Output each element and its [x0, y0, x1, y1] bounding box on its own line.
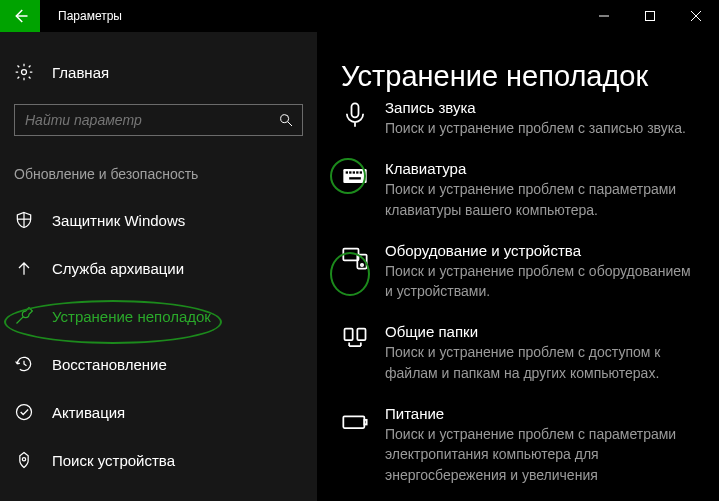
window-title: Параметры	[40, 0, 581, 32]
sidebar-item-activation[interactable]: Активация	[0, 388, 317, 436]
sidebar-item-troubleshoot[interactable]: Устранение неполадок	[0, 292, 317, 340]
sidebar-item-home[interactable]: Главная	[0, 58, 317, 92]
svg-rect-11	[352, 103, 359, 117]
troubleshooter-title: Общие папки	[385, 323, 697, 340]
troubleshooter-list: Запись звука Поиск и устранение проблем …	[341, 107, 697, 501]
svg-rect-18	[349, 177, 361, 179]
svg-rect-15	[353, 172, 355, 174]
troubleshooter-title: Запись звука	[385, 99, 697, 116]
troubleshooter-title: Клавиатура	[385, 160, 697, 177]
minimize-icon	[599, 11, 609, 21]
troubleshooter-shared-folders[interactable]: Общие папки Поиск и устранение проблем с…	[341, 323, 697, 383]
devices-icon	[341, 244, 369, 272]
troubleshooter-title: Оборудование и устройства	[385, 242, 697, 259]
search-icon	[278, 112, 294, 128]
sidebar-item-recovery[interactable]: Восстановление	[0, 340, 317, 388]
svg-rect-22	[345, 329, 353, 341]
svg-point-10	[22, 458, 25, 461]
troubleshooter-keyboard[interactable]: Клавиатура Поиск и устранение проблем с …	[341, 160, 697, 220]
svg-rect-1	[646, 12, 655, 21]
troubleshooter-title: Питание	[385, 405, 697, 422]
back-arrow-icon	[11, 7, 29, 25]
svg-rect-12	[343, 169, 366, 183]
titlebar: Параметры	[0, 0, 719, 32]
svg-point-21	[361, 264, 363, 266]
shared-folders-icon	[341, 325, 369, 353]
history-icon	[14, 354, 34, 374]
backup-arrow-icon	[14, 258, 34, 278]
maximize-icon	[645, 11, 655, 21]
content-area: Устранение неполадок Запись звука Поиск …	[317, 32, 719, 501]
minimize-button[interactable]	[581, 0, 627, 32]
home-label: Главная	[52, 64, 109, 81]
troubleshooter-hardware[interactable]: Оборудование и устройства Поиск и устран…	[341, 242, 697, 302]
search-input[interactable]	[25, 112, 278, 128]
sidebar-item-defender[interactable]: Защитник Windows	[0, 196, 317, 244]
key-check-icon	[14, 402, 34, 422]
close-button[interactable]	[673, 0, 719, 32]
sidebar-item-label: Активация	[52, 404, 125, 421]
find-device-icon	[14, 450, 34, 470]
svg-rect-24	[343, 416, 364, 428]
sidebar-item-findmydevice[interactable]: Поиск устройства	[0, 436, 317, 484]
svg-point-9	[17, 405, 32, 420]
svg-rect-16	[356, 172, 358, 174]
svg-point-5	[281, 115, 289, 123]
search-box[interactable]	[14, 104, 303, 136]
svg-rect-19	[343, 249, 358, 261]
troubleshooter-desc: Поиск и устранение проблем с параметрами…	[385, 424, 697, 485]
sidebar-section-title: Обновление и безопасность	[0, 136, 317, 196]
troubleshooter-desc: Поиск и устранение проблем с записью зву…	[385, 118, 697, 138]
svg-rect-13	[346, 172, 348, 174]
sidebar-nav: Защитник Windows Служба архивации Устран…	[0, 196, 317, 484]
gear-icon	[14, 62, 34, 82]
svg-rect-14	[349, 172, 351, 174]
svg-rect-25	[364, 420, 366, 425]
keyboard-icon	[341, 162, 369, 190]
window-controls	[581, 0, 719, 32]
close-icon	[691, 11, 701, 21]
page-title: Устранение неполадок	[341, 60, 697, 93]
svg-rect-23	[357, 329, 365, 341]
wrench-icon	[14, 306, 34, 326]
shield-icon	[14, 210, 34, 230]
troubleshooter-power[interactable]: Питание Поиск и устранение проблем с пар…	[341, 405, 697, 485]
troubleshooter-desc: Поиск и устранение проблем с параметрами…	[385, 179, 697, 220]
svg-rect-17	[360, 172, 362, 174]
sidebar-item-label: Поиск устройства	[52, 452, 175, 469]
back-button[interactable]	[0, 0, 40, 32]
sidebar-item-label: Защитник Windows	[52, 212, 185, 229]
sidebar: Главная Обновление и безопасность Защитн…	[0, 32, 317, 501]
sidebar-item-backup[interactable]: Служба архивации	[0, 244, 317, 292]
sidebar-item-label: Устранение неполадок	[52, 308, 211, 325]
maximize-button[interactable]	[627, 0, 673, 32]
sidebar-item-label: Служба архивации	[52, 260, 184, 277]
sidebar-item-label: Восстановление	[52, 356, 167, 373]
troubleshooter-desc: Поиск и устранение проблем с оборудовани…	[385, 261, 697, 302]
svg-line-6	[288, 122, 292, 126]
svg-point-4	[22, 70, 27, 75]
battery-icon	[341, 407, 369, 435]
troubleshooter-audio-recording[interactable]: Запись звука Поиск и устранение проблем …	[341, 99, 697, 138]
microphone-icon	[341, 101, 369, 129]
troubleshooter-desc: Поиск и устранение проблем с доступом к …	[385, 342, 697, 383]
